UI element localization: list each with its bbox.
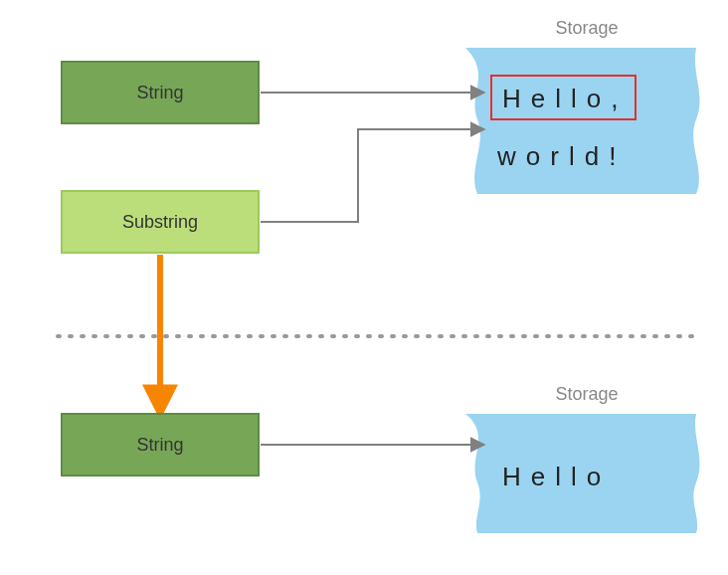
storage-label-top: Storage — [555, 18, 618, 38]
string-box-top-label: String — [136, 83, 183, 102]
storage-text-line1: Hello, — [502, 84, 628, 113]
string-box-bottom-label: String — [136, 435, 183, 455]
storage-label-bottom: Storage — [555, 384, 618, 404]
substring-box-label: Substring — [122, 212, 198, 232]
storage-shape-top — [465, 48, 700, 194]
diagram-root: Storage Hello, world! String Substring S… — [0, 0, 728, 575]
arrow-substring-to-storage — [261, 129, 484, 222]
storage-text-bottom: Hello — [502, 462, 611, 491]
storage-text-line2: world! — [496, 141, 626, 171]
